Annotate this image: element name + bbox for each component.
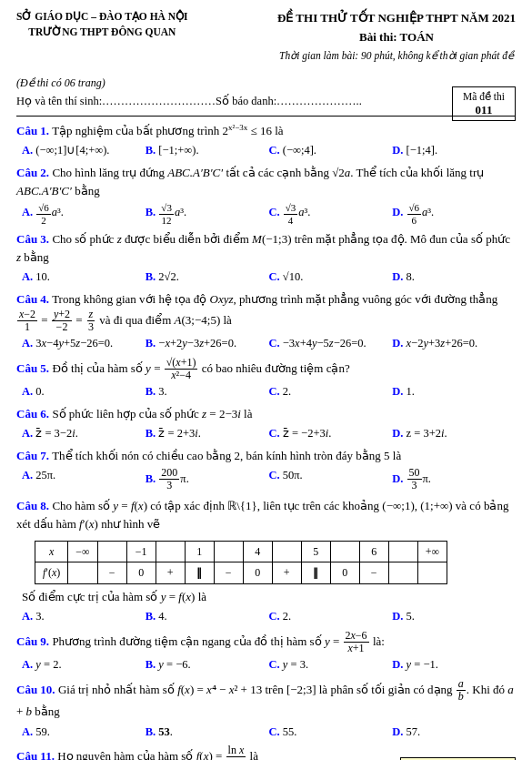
question-2: Câu 2. Cho hình lăng trụ đứng ABC.A′B′C′… <box>16 164 516 225</box>
ma-de-thi-box: Mã đề thi 011 <box>452 86 516 121</box>
exam-subject: Bài thi: TOÁN <box>277 28 516 47</box>
q10-opt-a: A. 59. <box>22 724 146 741</box>
sign-table-container: x −∞ −1 1 4 5 6 +∞ f′(x) − 0 + <box>25 537 516 586</box>
student-info-text: Họ và tên thí sinh:…………………………Số báo danh… <box>16 95 362 107</box>
q8-opt-c: C. 2. <box>269 608 393 625</box>
q9-text: Phương trình đường tiệm cận ngang của đồ… <box>52 634 385 648</box>
q9-opt-d: D. y = −1. <box>392 656 516 674</box>
sign-table: x −∞ −1 1 4 5 6 +∞ f′(x) − 0 + <box>35 541 447 584</box>
q6-options: A. z̄ = 3−2i. B. z̄ = 2+3i. C. z̄ = −2+3… <box>16 425 516 442</box>
q7-opt-d: D. 503π. <box>392 467 516 491</box>
q2-opt-a: A. √62a³. <box>22 202 146 225</box>
question-4: Câu 4. Trong không gian với hệ tọa độ Ox… <box>16 290 516 352</box>
q3-opt-c: C. √10. <box>269 269 393 286</box>
q5-text: Đồ thị của hàm số y = √(x+1)x²−4 có bao … <box>52 361 349 375</box>
q11-label: Câu 11. <box>16 749 55 760</box>
q3-text: Cho số phức z được biểu diễn bởi điểm M(… <box>16 232 510 264</box>
question-10: Câu 10. Giá trị nhỏ nhất hàm số f(x) = x… <box>16 678 516 740</box>
q3-opt-a: A. 10. <box>22 269 146 286</box>
q1-text: Tập nghiệm của bất phương trình 2x²−3x ≤… <box>52 124 283 137</box>
page-header: SỞ GIÁO DỤC – ĐÀO TẠO HÀ NỘI TRƯỜNG THPT… <box>16 9 516 64</box>
q11-text: Họ nguyên hàm của hàm số f(x) = ln xx là <box>57 749 258 760</box>
q5-opt-b: B. 3. <box>146 383 269 400</box>
q5-options: A. 0. B. 3. C. 2. D. 1. <box>16 383 516 400</box>
q3-options: A. 10. B. 2√2. C. √10. D. 8. <box>16 269 516 286</box>
question-9: Câu 9. Phương trình đường tiệm cận ngang… <box>16 630 516 674</box>
q7-text: Thể tích khối nón có chiều cao bằng 2, b… <box>52 449 401 462</box>
q3-label: Câu 3. <box>16 232 49 246</box>
q7-opt-b: B. 2003π. <box>146 467 269 491</box>
q7-label: Câu 7. <box>16 449 49 462</box>
q10-opt-c: C. 55. <box>269 724 393 741</box>
ma-de-thi-label: Mã đề thi <box>462 90 506 103</box>
q9-opt-a: A. y = 2. <box>22 656 146 674</box>
q8-opt-b: B. 4. <box>146 608 269 625</box>
q10-opt-d: D. 57. <box>392 724 516 741</box>
q6-opt-d: D. z = 3+2i. <box>392 425 516 442</box>
q7-options: A. 25π. B. 2003π. C. 50π. D. 503π. <box>16 467 516 491</box>
school-label: TRƯỜNG THPT ĐÔNG QUAN <box>16 25 188 40</box>
student-info: Họ và tên thí sinh:…………………………Số báo danh… <box>16 94 516 108</box>
question-6: Câu 6. Số phức liên hợp của số phức z = … <box>16 405 516 442</box>
q6-opt-a: A. z̄ = 3−2i. <box>22 425 146 442</box>
q1-options: A. (−∞;1]∪[4;+∞). B. [−1;+∞). C. (−∞;4].… <box>16 142 516 159</box>
page-indicator: Trang 1/6 - Mã đề 011 <box>400 757 516 760</box>
q2-options: A. √62a³. B. √312a³. C. √34a³. D. √66a³. <box>16 202 516 225</box>
q4-opt-b: B. −x+2y−3z+26=0. <box>146 335 269 352</box>
q8-options: A. 3. B. 4. C. 2. D. 5. <box>16 608 516 625</box>
q8-text: Cho hàm số y = f(x) có tập xác định ℝ\{1… <box>16 499 508 531</box>
q3-opt-d: D. 8. <box>392 269 516 286</box>
question-5: Câu 5. Đồ thị của hàm số y = √(x+1)x²−4 … <box>16 357 516 400</box>
exam-time: Thời gian làm bài: 90 phút, không kể thờ… <box>277 47 516 64</box>
q9-options: A. y = 2. B. y = −6. C. y = 3. D. y = −1… <box>16 656 516 674</box>
q1-opt-d: D. [−1;4]. <box>392 142 516 159</box>
q4-opt-d: D. x−2y+3z+26=0. <box>392 335 516 352</box>
exam-title: ĐỀ THI THỬ TỐT NGHIỆP THPT NĂM 2021 <box>277 9 516 28</box>
q4-label: Câu 4. <box>16 292 49 306</box>
q1-label: Câu 1. <box>16 124 49 137</box>
q6-opt-b: B. z̄ = 2+3i. <box>146 425 269 442</box>
school-info: SỞ GIÁO DỤC – ĐÀO TẠO HÀ NỘI TRƯỜNG THPT… <box>16 9 188 41</box>
q7-opt-a: A. 25π. <box>22 467 146 491</box>
q10-text: Giá trị nhỏ nhất hàm số f(x) = x⁴ − x² +… <box>16 683 514 719</box>
q2-text: Cho hình lăng trụ đứng ABC.A′B′C′ tất cả… <box>16 166 484 198</box>
question-7: Câu 7. Thể tích khối nón có chiều cao bằ… <box>16 447 516 492</box>
q10-options: A. 59. B. 53. C. 55. D. 57. <box>16 724 516 741</box>
q3-opt-b: B. 2√2. <box>146 269 269 286</box>
q2-opt-b: B. √312a³. <box>146 202 269 225</box>
q1-opt-b: B. [−1;+∞). <box>146 142 269 159</box>
q4-opt-c: C. −3x+4y−5z−26=0. <box>269 335 393 352</box>
q6-text: Số phức liên hợp của số phức z = 2−3i là <box>52 407 252 421</box>
question-3: Câu 3. Cho số phức z được biểu diễn bởi … <box>16 230 516 286</box>
exam-note: (Đề thi có 06 trang) <box>16 76 516 90</box>
q2-opt-c: C. √34a³. <box>269 202 393 225</box>
q2-opt-d: D. √66a³. <box>392 202 516 225</box>
q9-opt-c: C. y = 3. <box>269 656 393 674</box>
q8-opt-d: D. 5. <box>392 608 516 625</box>
q8-label: Câu 8. <box>16 499 49 512</box>
q1-opt-c: C. (−∞;4]. <box>269 142 393 159</box>
divider <box>16 116 516 117</box>
q1-opt-a: A. (−∞;1]∪[4;+∞). <box>22 142 146 159</box>
exam-info: ĐỀ THI THỬ TỐT NGHIỆP THPT NĂM 2021 Bài … <box>277 9 516 64</box>
question-8: Câu 8. Cho hàm số y = f(x) có tập xác đị… <box>16 497 516 625</box>
q9-opt-b: B. y = −6. <box>146 656 269 674</box>
ministry-label: SỞ GIÁO DỤC – ĐÀO TẠO HÀ NỘI <box>16 9 188 25</box>
q4-text: Trong không gian với hệ tọa độ Oxyz, phư… <box>16 292 497 327</box>
q5-opt-a: A. 0. <box>22 383 146 400</box>
q6-label: Câu 6. <box>16 407 49 421</box>
q8-subtext: Số điểm cực trị của hàm số y = f(x) là <box>22 588 516 606</box>
q4-opt-a: A. 3x−4y+5z−26=0. <box>22 335 146 352</box>
q10-opt-b: B. 53. <box>146 724 269 741</box>
q8-opt-a: A. 3. <box>22 608 146 625</box>
q7-opt-c: C. 50π. <box>269 467 393 491</box>
q5-label: Câu 5. <box>16 361 49 375</box>
question-1: Câu 1. Tập nghiệm của bất phương trình 2… <box>16 122 516 159</box>
q2-label: Câu 2. <box>16 166 49 179</box>
q5-opt-c: C. 2. <box>269 383 393 400</box>
q9-label: Câu 9. <box>16 634 49 648</box>
ma-de-thi-value: 011 <box>462 103 506 117</box>
q5-opt-d: D. 1. <box>392 383 516 400</box>
q4-options: A. 3x−4y+5z−26=0. B. −x+2y−3z+26=0. C. −… <box>16 335 516 352</box>
q10-label: Câu 10. <box>16 683 55 696</box>
